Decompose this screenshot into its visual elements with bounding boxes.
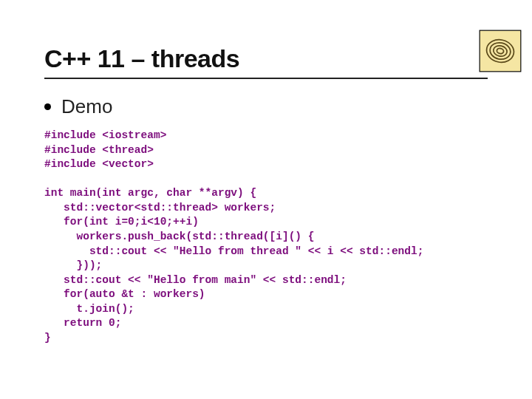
bullet-label: Demo [61, 95, 112, 118]
slide-title: C++ 11 – threads [44, 44, 488, 73]
slide: C++ 11 – threads Demo #include <iostream… [0, 0, 532, 399]
bullet-dot-icon [44, 103, 51, 110]
title-area: C++ 11 – threads [44, 44, 488, 79]
code-block: #include <iostream> #include <thread> #i… [44, 129, 488, 345]
bullet-row: Demo [44, 95, 488, 118]
title-underline [44, 78, 488, 79]
